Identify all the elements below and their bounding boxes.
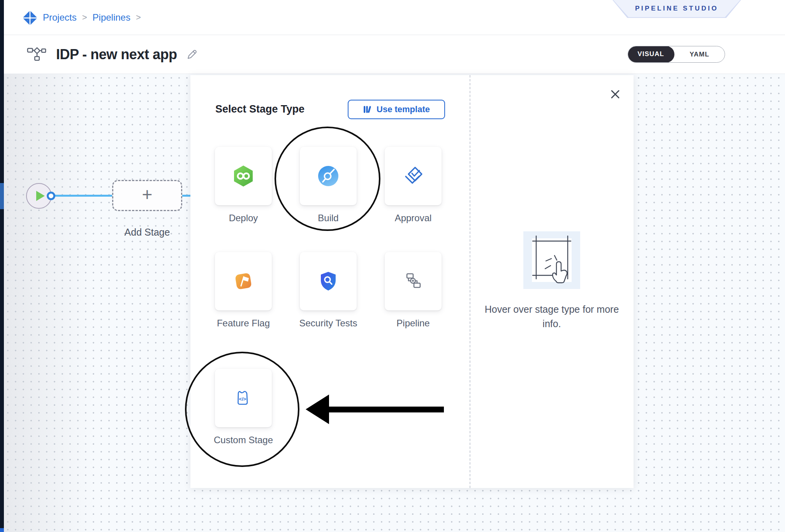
- pipeline-studio-badge-label: PIPELINE STUDIO: [635, 5, 718, 12]
- play-icon: [36, 191, 45, 201]
- toggle-yaml-button[interactable]: YAML: [674, 46, 725, 62]
- toggle-visual-button[interactable]: VISUAL: [628, 46, 674, 63]
- pipeline-graph-icon: [26, 46, 47, 63]
- svg-text:</>: </>: [239, 396, 246, 402]
- breadcrumb: Projects > Pipelines >: [23, 0, 141, 35]
- close-icon[interactable]: [607, 86, 623, 102]
- stage-tile-security-tests[interactable]: [300, 252, 357, 310]
- stage-tile-build[interactable]: [300, 147, 357, 205]
- rail-bottom-marker: [0, 528, 4, 532]
- breadcrumb-separator: >: [82, 12, 87, 23]
- deploy-icon: [232, 164, 255, 188]
- approval-icon: [402, 165, 424, 187]
- use-template-button[interactable]: Use template: [348, 100, 445, 119]
- stage-type-grid-panel: Select Stage Type Use template: [190, 75, 470, 488]
- stage-tile-pipeline[interactable]: [385, 252, 442, 310]
- stage-tile-feature-flag[interactable]: [215, 252, 272, 310]
- page-title: IDP - new next app: [56, 46, 177, 63]
- edit-pencil-icon[interactable]: [186, 49, 198, 60]
- stage-label-deploy: Deploy: [212, 211, 275, 224]
- build-icon: [317, 165, 340, 187]
- stage-label-pipeline: Pipeline: [382, 317, 444, 329]
- add-stage-label: Add Stage: [112, 227, 182, 238]
- security-tests-icon: [317, 270, 339, 292]
- left-nav-rail: [0, 0, 4, 532]
- stage-label-security-tests: Security Tests: [297, 317, 359, 329]
- stage-tile-approval[interactable]: [385, 147, 442, 205]
- stage-label-custom-stage: Custom Stage: [212, 433, 275, 446]
- hover-hint-illustration: [523, 231, 580, 289]
- pipeline-header: IDP - new next app VISUAL YAML: [4, 35, 785, 74]
- top-bar: Projects > Pipelines > PIPELINE STUDIO: [4, 0, 785, 35]
- stage-tile-custom-stage[interactable]: </>: [215, 369, 272, 427]
- template-library-icon: [363, 105, 372, 114]
- breadcrumb-pipelines-link[interactable]: Pipelines: [93, 12, 130, 23]
- custom-stage-icon: </>: [233, 388, 254, 409]
- modal-title: Select Stage Type: [215, 103, 304, 115]
- start-node-port: [47, 192, 55, 200]
- projects-logo-icon: [23, 10, 37, 25]
- rail-indicator: [0, 183, 4, 209]
- add-stage-button[interactable]: +: [112, 180, 182, 211]
- stage-label-feature-flag: Feature Flag: [212, 317, 275, 329]
- stage-label-build: Build: [297, 211, 359, 224]
- visual-yaml-toggle: VISUAL YAML: [628, 46, 725, 63]
- pipeline-icon: [402, 270, 424, 292]
- pipeline-studio-badge: PIPELINE STUDIO: [613, 0, 741, 18]
- plus-icon: +: [142, 185, 153, 203]
- pipeline-studio-page: Projects > Pipelines > PIPELINE STUDIO: [0, 0, 785, 532]
- feature-flag-icon: [232, 270, 255, 293]
- hover-hint-text: Hover over stage type for more info.: [484, 302, 620, 331]
- stage-label-approval: Approval: [382, 211, 444, 224]
- breadcrumb-separator: >: [136, 12, 141, 23]
- breadcrumb-projects-link[interactable]: Projects: [43, 12, 77, 23]
- stage-tile-deploy[interactable]: [215, 147, 272, 205]
